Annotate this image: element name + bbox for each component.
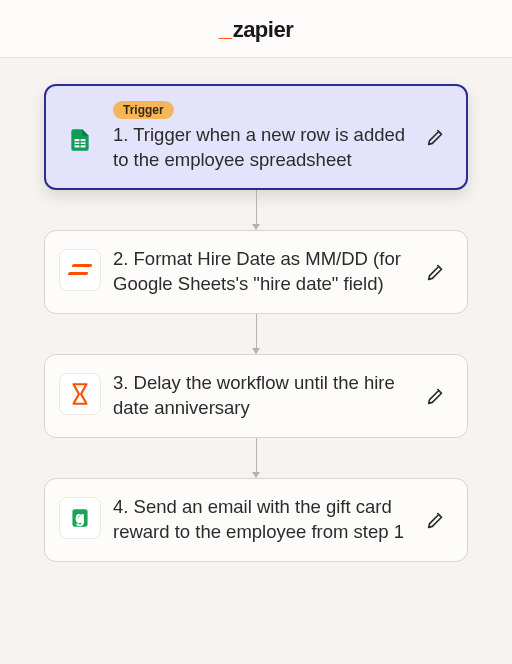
delay-icon (59, 373, 101, 415)
edit-step-button[interactable] (419, 255, 453, 289)
workflow-step-delay[interactable]: 3. Delay the workflow until the hire dat… (44, 354, 468, 438)
zapier-logo: _zapier (219, 15, 293, 43)
app-header: _zapier (0, 0, 512, 58)
step-title: 3. Delay the workflow until the hire dat… (113, 371, 407, 421)
step-body: 4. Send an email with the gift card rewa… (113, 495, 407, 545)
step-body: 3. Delay the workflow until the hire dat… (113, 371, 407, 421)
pencil-icon (425, 385, 447, 407)
giftcard-icon: g (59, 497, 101, 539)
step-connector (256, 314, 257, 354)
logo-text: zapier (233, 17, 294, 43)
google-sheets-icon (59, 119, 101, 161)
workflow-step-email[interactable]: g 4. Send an email with the gift card re… (44, 478, 468, 562)
step-connector (256, 190, 257, 230)
formatter-icon (59, 249, 101, 291)
step-title: 1. Trigger when a new row is added to th… (113, 123, 407, 173)
step-connector (256, 438, 257, 478)
edit-step-button[interactable] (419, 120, 453, 154)
step-title: 2. Format Hire Date as MM/DD (for Google… (113, 247, 407, 297)
step-body: 2. Format Hire Date as MM/DD (for Google… (113, 247, 407, 297)
step-title: 4. Send an email with the gift card rewa… (113, 495, 407, 545)
workflow-step-format[interactable]: 2. Format Hire Date as MM/DD (for Google… (44, 230, 468, 314)
trigger-badge: Trigger (113, 101, 174, 119)
edit-step-button[interactable] (419, 503, 453, 537)
pencil-icon (425, 261, 447, 283)
pencil-icon (425, 126, 447, 148)
pencil-icon (425, 509, 447, 531)
workflow-canvas: Trigger 1. Trigger when a new row is add… (0, 58, 512, 562)
edit-step-button[interactable] (419, 379, 453, 413)
svg-text:g: g (75, 508, 85, 526)
logo-underscore: _ (219, 14, 232, 42)
step-body: Trigger 1. Trigger when a new row is add… (113, 101, 407, 173)
workflow-step-trigger[interactable]: Trigger 1. Trigger when a new row is add… (44, 84, 468, 190)
